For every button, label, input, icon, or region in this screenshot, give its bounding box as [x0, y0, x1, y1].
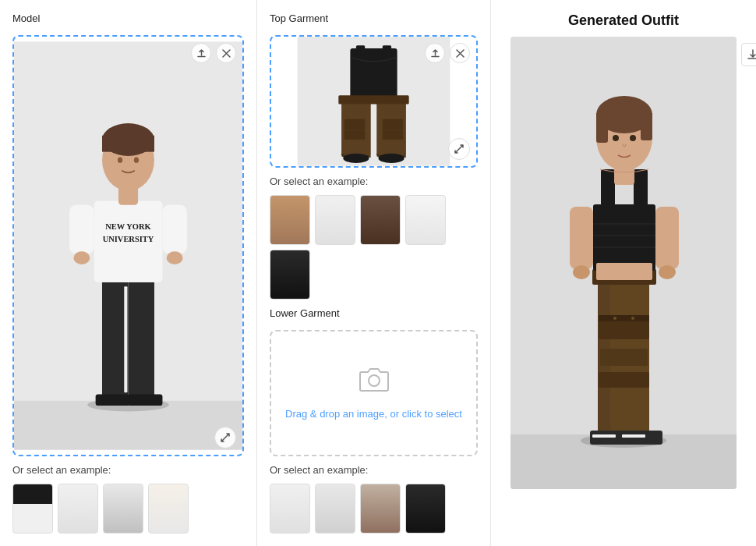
model-thumb-1[interactable] — [12, 484, 53, 534]
svg-point-14 — [167, 251, 183, 264]
svg-rect-27 — [338, 95, 408, 104]
svg-rect-56 — [593, 204, 655, 271]
svg-point-19 — [118, 157, 122, 162]
svg-point-47 — [631, 317, 634, 320]
svg-rect-12 — [162, 205, 186, 254]
lower-thumb-1[interactable] — [270, 484, 310, 534]
generated-image-container — [510, 37, 737, 489]
svg-point-74 — [630, 135, 636, 141]
generated-outfit-svg — [510, 37, 737, 489]
svg-rect-72 — [641, 113, 652, 140]
svg-rect-59 — [634, 169, 648, 212]
svg-rect-18 — [102, 136, 154, 152]
drag-drop-text: Drag & drop an image, or click to select — [285, 408, 462, 420]
svg-rect-11 — [69, 205, 94, 254]
top-garment-thumbnail-row — [270, 195, 478, 300]
drag-text-2: an image, or click to select — [340, 408, 462, 420]
top-garment-label: Top Garment — [270, 12, 478, 24]
model-thumbnail-row — [12, 484, 244, 534]
top-garment-expand-btn[interactable] — [448, 138, 470, 160]
svg-point-65 — [573, 265, 590, 279]
lower-garment-thumbnail-row — [270, 484, 478, 534]
svg-rect-31 — [383, 130, 403, 139]
lower-garment-label: Lower Garment — [270, 307, 478, 319]
svg-rect-71 — [596, 113, 608, 143]
svg-point-32 — [343, 154, 369, 163]
svg-rect-5 — [96, 394, 130, 406]
model-thumb-4[interactable] — [148, 484, 189, 534]
model-upload-area[interactable]: NEW YORK UNIVERSITY — [12, 35, 244, 456]
left-panel: Model — [0, 0, 257, 546]
top-garment-upload-icons — [425, 43, 470, 63]
garment-thumb-5[interactable] — [270, 250, 310, 300]
model-figure-svg: NEW YORK UNIVERSITY — [14, 37, 242, 455]
top-garment-or-select-text: Or select an example: — [270, 176, 478, 187]
top-garment-upload-icon[interactable] — [425, 43, 445, 63]
svg-text:UNIVERSITY: UNIVERSITY — [103, 235, 154, 243]
drag-text: Drag & — [285, 408, 320, 420]
svg-point-66 — [659, 265, 676, 279]
download-button[interactable] — [741, 43, 756, 66]
svg-rect-55 — [622, 434, 645, 438]
middle-panel: Top Garment — [257, 0, 491, 546]
svg-point-34 — [369, 375, 380, 386]
top-garment-upload-area[interactable] — [270, 35, 478, 168]
generated-wrapper — [510, 37, 737, 489]
drop-link[interactable]: drop — [320, 408, 340, 420]
svg-rect-63 — [570, 207, 593, 269]
lower-garment-upload-area[interactable]: Drag & drop an image, or click to select — [270, 330, 478, 456]
svg-rect-24 — [383, 45, 391, 60]
svg-rect-29 — [383, 119, 403, 130]
top-garment-close-icon[interactable] — [450, 43, 470, 63]
svg-rect-6 — [129, 394, 163, 406]
svg-rect-58 — [601, 169, 615, 212]
right-panel: Generated Outfit — [491, 0, 756, 546]
svg-rect-23 — [356, 45, 365, 60]
garment-thumb-3[interactable] — [360, 195, 401, 245]
svg-rect-4 — [129, 278, 154, 401]
lower-thumb-4[interactable] — [405, 484, 446, 534]
svg-rect-49 — [616, 372, 649, 388]
model-or-select-text: Or select an example: — [12, 464, 244, 476]
camera-icon — [359, 366, 390, 400]
model-upload-icon[interactable] — [191, 43, 211, 63]
model-close-icon[interactable] — [216, 43, 236, 63]
svg-rect-54 — [592, 434, 616, 438]
model-upload-icons — [191, 43, 236, 63]
model-expand-btn[interactable] — [214, 427, 236, 448]
lower-thumb-2[interactable] — [315, 484, 355, 534]
garment-thumb-1[interactable] — [270, 195, 310, 245]
svg-text:NEW YORK: NEW YORK — [105, 222, 151, 231]
svg-point-33 — [379, 154, 404, 163]
model-thumb-3[interactable] — [103, 484, 143, 534]
svg-point-73 — [613, 135, 619, 141]
svg-point-20 — [134, 157, 139, 162]
model-thumb-2[interactable] — [58, 484, 98, 534]
svg-rect-64 — [655, 207, 679, 269]
garment-thumb-2[interactable] — [315, 195, 355, 245]
svg-rect-28 — [344, 119, 365, 130]
svg-rect-57 — [596, 263, 652, 280]
garment-thumb-4[interactable] — [405, 195, 446, 245]
lower-thumb-3[interactable] — [360, 484, 401, 534]
svg-point-44 — [613, 317, 616, 320]
generated-outfit-title: Generated Outfit — [503, 12, 744, 37]
svg-point-13 — [73, 251, 90, 264]
svg-rect-51 — [618, 349, 648, 366]
svg-rect-30 — [344, 130, 365, 139]
svg-rect-7 — [124, 286, 127, 392]
lower-garment-or-select-text: Or select an example: — [270, 464, 478, 476]
model-label: Model — [12, 12, 244, 24]
